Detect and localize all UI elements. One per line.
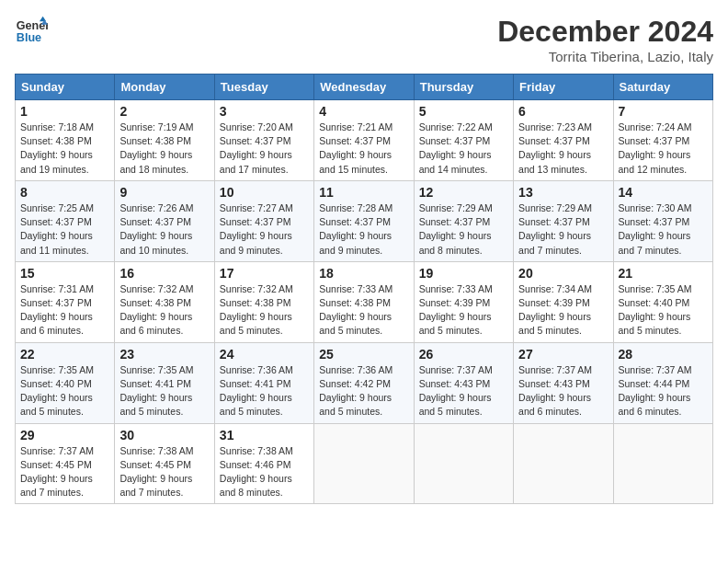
- day-number: 17: [220, 266, 309, 281]
- day-number: 27: [518, 347, 608, 362]
- day-number: 7: [619, 104, 708, 119]
- calendar-cell: 27Sunrise: 7:37 AM Sunset: 4:43 PM Dayli…: [514, 342, 613, 423]
- calendar-cell: 16Sunrise: 7:32 AM Sunset: 4:38 PM Dayli…: [115, 261, 214, 342]
- calendar-cell: 19Sunrise: 7:33 AM Sunset: 4:39 PM Dayli…: [414, 261, 513, 342]
- day-number: 14: [619, 185, 708, 200]
- day-number: 4: [319, 104, 408, 119]
- calendar-cell: 24Sunrise: 7:36 AM Sunset: 4:41 PM Dayli…: [214, 342, 313, 423]
- day-info: Sunrise: 7:37 AM Sunset: 4:43 PM Dayligh…: [419, 363, 508, 419]
- day-number: 1: [20, 104, 109, 119]
- month-title: December 2024: [497, 15, 713, 49]
- day-number: 18: [319, 266, 408, 281]
- day-number: 30: [119, 428, 209, 442]
- day-info: Sunrise: 7:35 AM Sunset: 4:40 PM Dayligh…: [619, 282, 708, 339]
- title-block: December 2024 Torrita Tiberina, Lazio, I…: [497, 15, 713, 64]
- calendar-cell: 11Sunrise: 7:28 AM Sunset: 4:37 PM Dayli…: [314, 180, 414, 261]
- day-info: Sunrise: 7:37 AM Sunset: 4:45 PM Dayligh…: [20, 444, 109, 500]
- day-number: 12: [419, 185, 508, 200]
- calendar-cell: 26Sunrise: 7:37 AM Sunset: 4:43 PM Dayli…: [414, 342, 513, 423]
- day-number: 26: [419, 347, 508, 362]
- day-number: 24: [220, 347, 309, 362]
- weekday-header-wednesday: Wednesday: [314, 75, 414, 100]
- calendar-cell: 18Sunrise: 7:33 AM Sunset: 4:38 PM Dayli…: [314, 261, 414, 342]
- calendar-cell: 10Sunrise: 7:27 AM Sunset: 4:37 PM Dayli…: [214, 180, 313, 261]
- day-number: 10: [220, 185, 309, 200]
- calendar-week-row: 15Sunrise: 7:31 AM Sunset: 4:37 PM Dayli…: [16, 261, 713, 342]
- day-info: Sunrise: 7:21 AM Sunset: 4:37 PM Dayligh…: [319, 121, 408, 177]
- day-info: Sunrise: 7:37 AM Sunset: 4:43 PM Dayligh…: [518, 363, 608, 419]
- calendar-cell: 23Sunrise: 7:35 AM Sunset: 4:41 PM Dayli…: [115, 342, 214, 423]
- day-number: 20: [518, 266, 608, 281]
- calendar-cell: 5Sunrise: 7:22 AM Sunset: 4:37 PM Daylig…: [414, 100, 513, 181]
- logo: General Blue: [15, 15, 48, 48]
- calendar-cell: 4Sunrise: 7:21 AM Sunset: 4:37 PM Daylig…: [314, 100, 414, 181]
- day-info: Sunrise: 7:33 AM Sunset: 4:38 PM Dayligh…: [319, 282, 408, 339]
- day-info: Sunrise: 7:20 AM Sunset: 4:37 PM Dayligh…: [220, 121, 309, 177]
- day-info: Sunrise: 7:24 AM Sunset: 4:37 PM Dayligh…: [619, 121, 708, 177]
- calendar-cell: 13Sunrise: 7:29 AM Sunset: 4:37 PM Dayli…: [514, 180, 613, 261]
- day-info: Sunrise: 7:28 AM Sunset: 4:37 PM Dayligh…: [319, 201, 408, 258]
- weekday-header-monday: Monday: [115, 75, 214, 100]
- day-info: Sunrise: 7:23 AM Sunset: 4:37 PM Dayligh…: [518, 121, 608, 177]
- calendar-cell: 15Sunrise: 7:31 AM Sunset: 4:37 PM Dayli…: [16, 261, 115, 342]
- day-number: 16: [119, 266, 209, 281]
- day-info: Sunrise: 7:31 AM Sunset: 4:37 PM Dayligh…: [20, 282, 109, 339]
- day-number: 19: [419, 266, 508, 281]
- weekday-header-saturday: Saturday: [613, 75, 712, 100]
- calendar-cell: 7Sunrise: 7:24 AM Sunset: 4:37 PM Daylig…: [613, 100, 712, 181]
- day-info: Sunrise: 7:32 AM Sunset: 4:38 PM Dayligh…: [220, 282, 309, 339]
- calendar-cell: [514, 423, 613, 504]
- day-info: Sunrise: 7:26 AM Sunset: 4:37 PM Dayligh…: [119, 201, 209, 258]
- calendar-table: SundayMondayTuesdayWednesdayThursdayFrid…: [15, 74, 713, 504]
- day-info: Sunrise: 7:38 AM Sunset: 4:45 PM Dayligh…: [119, 444, 209, 500]
- day-info: Sunrise: 7:30 AM Sunset: 4:37 PM Dayligh…: [619, 201, 708, 258]
- calendar-cell: 22Sunrise: 7:35 AM Sunset: 4:40 PM Dayli…: [16, 342, 115, 423]
- calendar-cell: 14Sunrise: 7:30 AM Sunset: 4:37 PM Dayli…: [613, 180, 712, 261]
- calendar-cell: 21Sunrise: 7:35 AM Sunset: 4:40 PM Dayli…: [613, 261, 712, 342]
- day-number: 9: [119, 185, 209, 200]
- calendar-week-row: 1Sunrise: 7:18 AM Sunset: 4:38 PM Daylig…: [16, 100, 713, 181]
- calendar-cell: [414, 423, 513, 504]
- day-number: 31: [220, 428, 309, 442]
- calendar-cell: 29Sunrise: 7:37 AM Sunset: 4:45 PM Dayli…: [16, 423, 115, 504]
- day-number: 28: [619, 347, 708, 362]
- calendar-week-row: 8Sunrise: 7:25 AM Sunset: 4:37 PM Daylig…: [16, 180, 713, 261]
- day-number: 29: [20, 428, 109, 442]
- day-number: 2: [119, 104, 209, 119]
- day-info: Sunrise: 7:18 AM Sunset: 4:38 PM Dayligh…: [20, 121, 109, 177]
- day-info: Sunrise: 7:34 AM Sunset: 4:39 PM Dayligh…: [518, 282, 608, 339]
- calendar-cell: [314, 423, 414, 504]
- day-number: 15: [20, 266, 109, 281]
- calendar-week-row: 22Sunrise: 7:35 AM Sunset: 4:40 PM Dayli…: [16, 342, 713, 423]
- calendar-cell: 2Sunrise: 7:19 AM Sunset: 4:38 PM Daylig…: [115, 100, 214, 181]
- weekday-header-tuesday: Tuesday: [214, 75, 313, 100]
- day-number: 21: [619, 266, 708, 281]
- day-info: Sunrise: 7:33 AM Sunset: 4:39 PM Dayligh…: [419, 282, 508, 339]
- calendar-cell: 20Sunrise: 7:34 AM Sunset: 4:39 PM Dayli…: [514, 261, 613, 342]
- day-info: Sunrise: 7:22 AM Sunset: 4:37 PM Dayligh…: [419, 121, 508, 177]
- calendar-cell: 8Sunrise: 7:25 AM Sunset: 4:37 PM Daylig…: [16, 180, 115, 261]
- logo-icon: General Blue: [15, 15, 48, 48]
- calendar-cell: 30Sunrise: 7:38 AM Sunset: 4:45 PM Dayli…: [115, 423, 214, 504]
- day-info: Sunrise: 7:36 AM Sunset: 4:41 PM Dayligh…: [220, 363, 309, 419]
- day-number: 8: [20, 185, 109, 200]
- calendar-cell: [613, 423, 712, 504]
- calendar-cell: 28Sunrise: 7:37 AM Sunset: 4:44 PM Dayli…: [613, 342, 712, 423]
- day-info: Sunrise: 7:19 AM Sunset: 4:38 PM Dayligh…: [119, 121, 209, 177]
- calendar-cell: 9Sunrise: 7:26 AM Sunset: 4:37 PM Daylig…: [115, 180, 214, 261]
- day-info: Sunrise: 7:32 AM Sunset: 4:38 PM Dayligh…: [119, 282, 209, 339]
- day-info: Sunrise: 7:29 AM Sunset: 4:37 PM Dayligh…: [419, 201, 508, 258]
- day-info: Sunrise: 7:38 AM Sunset: 4:46 PM Dayligh…: [220, 444, 309, 500]
- day-number: 11: [319, 185, 408, 200]
- calendar-cell: 31Sunrise: 7:38 AM Sunset: 4:46 PM Dayli…: [214, 423, 313, 504]
- day-info: Sunrise: 7:36 AM Sunset: 4:42 PM Dayligh…: [319, 363, 408, 419]
- day-number: 25: [319, 347, 408, 362]
- weekday-header-friday: Friday: [514, 75, 613, 100]
- day-info: Sunrise: 7:29 AM Sunset: 4:37 PM Dayligh…: [518, 201, 608, 258]
- calendar-cell: 1Sunrise: 7:18 AM Sunset: 4:38 PM Daylig…: [16, 100, 115, 181]
- weekday-header-thursday: Thursday: [414, 75, 513, 100]
- day-info: Sunrise: 7:27 AM Sunset: 4:37 PM Dayligh…: [220, 201, 309, 258]
- calendar-cell: 25Sunrise: 7:36 AM Sunset: 4:42 PM Dayli…: [314, 342, 414, 423]
- day-info: Sunrise: 7:35 AM Sunset: 4:41 PM Dayligh…: [119, 363, 209, 419]
- page-header: General Blue December 2024 Torrita Tiber…: [15, 15, 713, 64]
